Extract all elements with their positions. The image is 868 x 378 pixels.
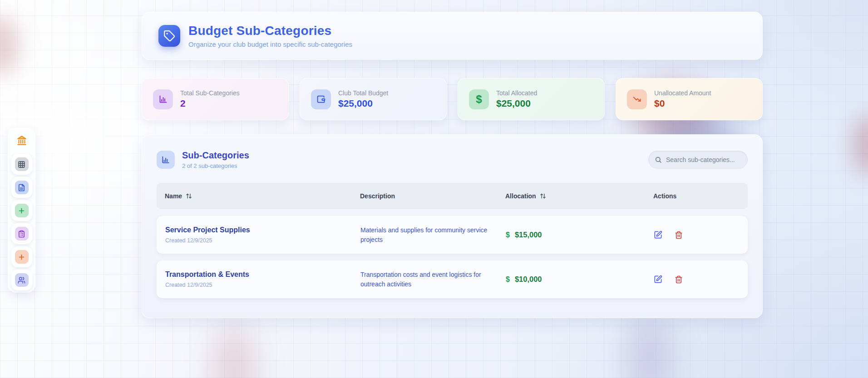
plus-icon — [15, 250, 29, 264]
stat-value: 2 — [180, 98, 240, 109]
table-header: Name Description Allocation Actions — [157, 183, 748, 209]
delete-button[interactable] — [675, 275, 683, 284]
stat-label: Club Total Budget — [338, 89, 388, 97]
allocation-value: $15,000 — [515, 231, 542, 239]
clipboard-icon — [15, 227, 29, 241]
sidebar-item-members[interactable] — [11, 270, 32, 290]
subcategory-name: Service Project Supplies — [165, 226, 360, 234]
subcategory-created: Created 12/9/2025 — [165, 282, 360, 288]
stat-card-total-subcategories: Total Sub-Categories 2 — [142, 78, 289, 120]
grid-icon — [15, 157, 29, 171]
stat-label: Total Sub-Categories — [180, 89, 240, 97]
dollar-icon: $ — [469, 89, 489, 109]
stat-card-total-allocated: $ Total Allocated $25,000 — [458, 78, 605, 120]
subcategory-description: Materials and supplies for community ser… — [360, 226, 497, 244]
plus-icon — [15, 204, 29, 217]
delete-button[interactable] — [675, 231, 683, 239]
sort-icon — [186, 193, 192, 199]
subcategory-name: Transportation & Events — [165, 270, 360, 279]
tag-icon — [158, 25, 180, 47]
sidebar — [8, 128, 35, 293]
sort-icon — [540, 193, 546, 199]
search-input[interactable] — [666, 156, 741, 163]
bar-chart-icon — [153, 89, 173, 109]
stat-card-club-total-budget: Club Total Budget $25,000 — [300, 78, 447, 120]
subcategory-created: Created 12/9/2025 — [165, 237, 360, 244]
dollar-icon: $ — [506, 231, 510, 239]
page-title: Budget Sub-Categories — [188, 24, 352, 38]
stats-row: Total Sub-Categories 2 Club Total Budget… — [142, 78, 763, 120]
stat-label: Total Allocated — [496, 89, 537, 97]
trend-down-icon — [627, 89, 647, 109]
document-icon — [15, 181, 29, 194]
stat-value: $25,000 — [496, 98, 537, 109]
section-title: Sub-Categories — [182, 150, 249, 161]
wallet-icon — [311, 89, 331, 109]
search-icon — [655, 156, 662, 163]
subcategories-panel: Sub-Categories 2 of 2 sub-categories Nam… — [142, 134, 763, 318]
subcategory-description: Transportation costs and event logistics… — [360, 270, 497, 289]
decorative-blob — [626, 315, 673, 378]
users-icon — [15, 273, 29, 287]
table-row: Transportation & Events Created 12/9/202… — [157, 260, 748, 298]
bar-chart-icon — [157, 151, 175, 169]
edit-button[interactable] — [654, 275, 662, 284]
stat-card-unallocated-amount: Unallocated Amount $0 — [616, 78, 763, 120]
bank-icon[interactable] — [15, 134, 29, 147]
sidebar-item-clipboard[interactable] — [11, 223, 32, 244]
column-header-description: Description — [360, 192, 505, 200]
stat-value: $25,000 — [338, 98, 388, 109]
decorative-blob — [853, 116, 868, 175]
decorative-blob — [212, 324, 256, 378]
sidebar-item-add-budget[interactable] — [11, 246, 32, 267]
section-subtitle: 2 of 2 sub-categories — [182, 162, 249, 169]
edit-button[interactable] — [654, 231, 662, 239]
search-box — [648, 151, 748, 169]
sidebar-item-dashboard[interactable] — [11, 154, 32, 175]
allocation-value: $10,000 — [515, 275, 542, 284]
column-header-name[interactable]: Name — [157, 192, 360, 200]
column-header-actions: Actions — [653, 192, 748, 200]
page-header: Budget Sub-Categories Organize your club… — [142, 12, 763, 60]
stat-label: Unallocated Amount — [654, 89, 711, 97]
page-subtitle: Organize your club budget into specific … — [188, 40, 352, 48]
stat-value: $0 — [654, 98, 711, 109]
sidebar-item-add[interactable] — [11, 200, 32, 221]
sidebar-item-documents[interactable] — [11, 177, 32, 198]
table-row: Service Project Supplies Created 12/9/20… — [157, 216, 748, 254]
decorative-blob — [0, 16, 18, 75]
column-header-allocation[interactable]: Allocation — [505, 192, 653, 200]
dollar-icon: $ — [506, 275, 510, 284]
